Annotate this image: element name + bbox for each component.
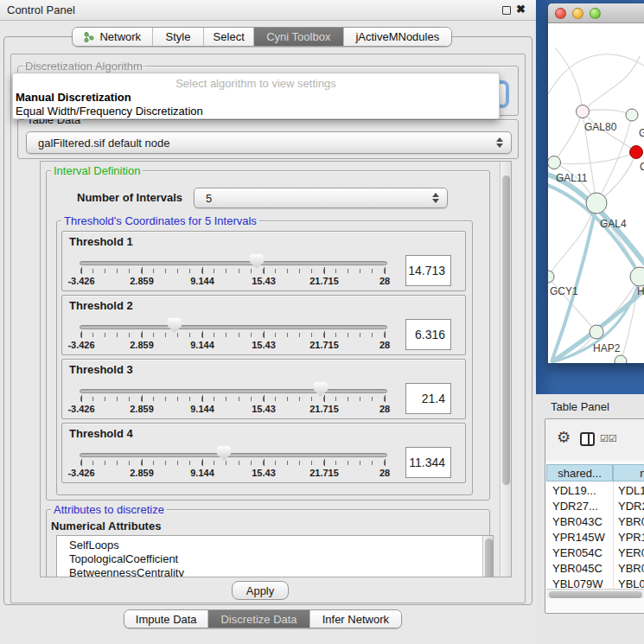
tab-impute-data-label: Impute Data	[136, 613, 197, 626]
threshold-1-slider-thumb[interactable]	[250, 254, 264, 269]
scrollbar-thumb[interactable]	[549, 591, 642, 598]
svg-text:GA: GA	[639, 127, 644, 139]
tick-label: 15.43	[252, 340, 276, 350]
node-gcy1	[548, 271, 554, 283]
control-panel-titlebar: Control Panel ✖	[0, 0, 536, 21]
tick-label: 2.859	[130, 404, 154, 414]
tab-style[interactable]: Style	[152, 28, 204, 46]
svg-text:GAL11: GAL11	[556, 172, 588, 184]
column-header-shared[interactable]: shared...	[546, 464, 613, 481]
slider-ticks	[80, 269, 389, 273]
tab-jactivemnodules[interactable]: jActiveMNodules	[343, 28, 451, 46]
dropdown-option-equal-width[interactable]: Equal Width/Frequency Discretization	[16, 105, 203, 118]
table-data-combobox[interactable]: galFiltered.sif default node	[26, 131, 512, 154]
threshold-3-slider-thumb[interactable]	[314, 382, 328, 397]
settings-scrollbar[interactable]	[500, 162, 511, 577]
threshold-3-slider-track[interactable]	[80, 389, 387, 393]
threshold-3-value-field[interactable]: 21.4	[405, 383, 451, 414]
apply-button[interactable]: Apply	[232, 581, 289, 600]
tick-label: -3.426	[67, 276, 94, 286]
threshold-2-slider-track[interactable]	[80, 325, 387, 329]
network-nodes[interactable]	[548, 105, 644, 364]
tab-network[interactable]: Network	[73, 28, 152, 46]
gear-icon[interactable]: ⚙	[557, 430, 571, 445]
tick-label: 21.715	[309, 340, 339, 350]
algorithm-group-title: Discretization Algorithm	[22, 61, 145, 73]
node-partial	[615, 355, 627, 363]
columns-icon[interactable]	[580, 432, 595, 446]
tab-select-label: Select	[214, 30, 245, 43]
tab-jactivemnodules-label: jActiveMNodules	[355, 30, 439, 43]
table-row[interactable]: YER054CYER0	[546, 545, 644, 561]
number-of-intervals-combobox[interactable]: 5	[194, 188, 448, 208]
table-row[interactable]: YBR045CYBR0	[546, 561, 644, 577]
threshold-3-panel: Threshold 3 -3.426 2.859 9.144 15.43 21.…	[61, 359, 466, 419]
number-of-intervals-label: Number of Intervals	[77, 191, 182, 204]
tab-infer-network-label: Infer Network	[322, 613, 389, 626]
tab-discretize-data[interactable]: Discretize Data	[207, 610, 309, 628]
threshold-2-label: Threshold 2	[69, 299, 133, 312]
list-item[interactable]: BetweennessCentrality	[69, 566, 184, 577]
network-window-titlebar[interactable]	[548, 3, 644, 23]
tab-infer-network[interactable]: Infer Network	[309, 610, 401, 628]
table-toolbar: ⚙ ☑☑	[545, 419, 644, 461]
close-icon[interactable]: ✖	[516, 3, 526, 16]
close-traffic-light-icon[interactable]	[555, 8, 566, 19]
table-row[interactable]: YDL19...YDL1	[546, 483, 644, 499]
svg-text:C: C	[640, 161, 644, 173]
algorithm-dropdown-popup: Select algorithm to view settings Manual…	[12, 73, 500, 119]
numerical-attributes-list[interactable]: SelfLoops TopologicalCoefficient Between…	[56, 535, 494, 577]
table-row[interactable]: YPR145WYPR1	[546, 530, 644, 545]
node-gal80	[577, 105, 590, 118]
column-header-name[interactable]: na	[613, 464, 644, 481]
node-gal4	[586, 193, 607, 214]
threshold-4-value-field[interactable]: 11.344	[405, 447, 451, 478]
threshold-2-panel: Threshold 2 -3.426 2.859 9.144 15.43 21.…	[61, 295, 466, 355]
top-tab-bar: Network Style Select Cyni Toolbox jActiv…	[72, 27, 452, 47]
threshold-2-slider-thumb[interactable]	[168, 318, 182, 333]
threshold-4-slider-thumb[interactable]	[217, 446, 231, 461]
column-divider	[613, 481, 614, 590]
table-row[interactable]: YBR043CYBR0	[546, 514, 644, 530]
threshold-1-value-field[interactable]: 14.713	[405, 255, 451, 286]
node-labels: GAL80 GA C GAL11 GAL4 GCY1 H HAP2	[550, 121, 644, 354]
threshold-3-label: Threshold 3	[69, 363, 133, 376]
tab-cyni-toolbox[interactable]: Cyni Toolbox	[253, 28, 343, 46]
table-row[interactable]: YDR27...YDR2	[546, 499, 644, 514]
tick-label: 2.859	[130, 276, 154, 286]
control-panel: Control Panel ✖ Network Style Select Cyn…	[0, 0, 536, 644]
slider-ticks	[80, 461, 389, 465]
tab-impute-data[interactable]: Impute Data	[124, 610, 207, 628]
tick-label: 28	[379, 404, 390, 414]
threshold-4-label: Threshold 4	[69, 427, 133, 440]
attributes-scrollbar[interactable]	[482, 536, 493, 577]
tick-label: -3.426	[67, 404, 94, 414]
thresholds-group-title: Threshold's Coordinates for 5 Intervals	[61, 215, 259, 227]
tab-discretize-data-label: Discretize Data	[220, 613, 296, 626]
horizontal-scrollbar[interactable]	[546, 589, 644, 598]
tick-label: 2.859	[130, 468, 154, 478]
svg-text:GAL4: GAL4	[600, 218, 627, 230]
svg-text:GCY1: GCY1	[550, 285, 578, 297]
list-item[interactable]: SelfLoops	[69, 539, 119, 552]
table-panel-title: Table Panel	[551, 400, 609, 413]
tick-label: 9.144	[190, 340, 214, 350]
table-row[interactable]: YBL079WYBL0	[546, 577, 644, 590]
float-window-icon[interactable]	[502, 6, 511, 15]
zoom-traffic-light-icon[interactable]	[590, 8, 601, 19]
threshold-2-value-field[interactable]: 6.316	[405, 319, 451, 350]
dropdown-option-manual[interactable]: Manual Discretization	[16, 91, 131, 104]
threshold-1-slider-track[interactable]	[80, 261, 387, 265]
tick-label: 15.43	[252, 404, 276, 414]
bottom-tab-bar: Impute Data Discretize Data Infer Networ…	[124, 609, 402, 628]
checkbox-icons[interactable]: ☑☑	[600, 433, 617, 444]
network-view-window[interactable]: GAL80 GA C GAL11 GAL4 GCY1 H HAP2	[548, 3, 644, 363]
tick-label: 21.715	[309, 404, 339, 414]
minimize-traffic-light-icon[interactable]	[572, 8, 583, 19]
threshold-1-label: Threshold 1	[69, 235, 133, 248]
svg-text:H: H	[637, 285, 644, 297]
network-canvas[interactable]: GAL80 GA C GAL11 GAL4 GCY1 H HAP2	[548, 23, 644, 363]
tab-select[interactable]: Select	[203, 28, 253, 46]
threshold-4-slider-track[interactable]	[80, 453, 387, 457]
list-item[interactable]: TopologicalCoefficient	[69, 552, 178, 565]
